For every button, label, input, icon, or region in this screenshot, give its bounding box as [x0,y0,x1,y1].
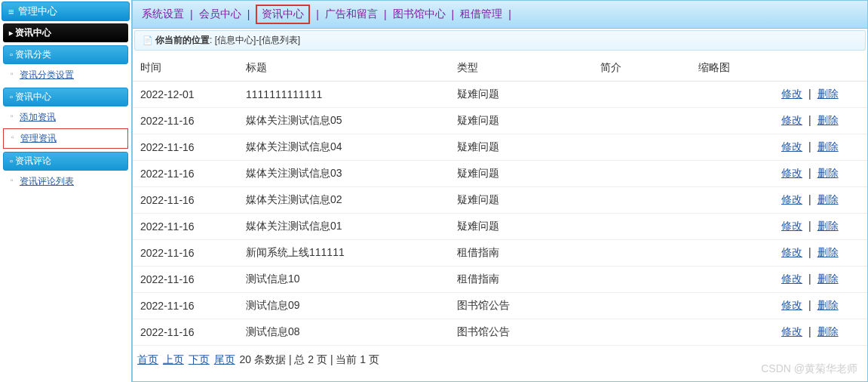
table-header: 简介 [593,55,691,82]
edit-link[interactable]: 修改 [781,273,802,285]
pager: 首页 上页 下页 尾页 20 条数据 | 总 2 页 | 当前 1 页 [133,346,867,374]
edit-link[interactable]: 修改 [781,193,802,205]
table-header: 标题 [238,55,449,82]
table-cell-time: 2022-11-16 [133,293,238,319]
action-separator: | [808,325,811,337]
sidebar-group-head: 资讯分类 [3,45,128,64]
sidebar-item-link[interactable]: 资讯评论列表 [20,176,74,186]
delete-link[interactable]: 删除 [817,325,839,337]
table-cell-time: 2022-11-16 [133,108,238,134]
action-separator: | [808,193,811,205]
delete-link[interactable]: 删除 [817,88,839,100]
table-row: 2022-11-16测试信息10租借指南修改|删除 [133,266,867,293]
delete-link[interactable]: 删除 [817,220,839,232]
edit-link[interactable]: 修改 [781,88,802,100]
edit-link[interactable]: 修改 [781,299,802,311]
topnav-item[interactable]: 资讯中心 [256,5,310,24]
table-cell-time: 2022-11-16 [133,161,238,187]
table-cell-actions: 修改|删除 [769,214,867,240]
table-cell-thumb [691,266,769,293]
topnav-separator: | [452,8,455,20]
table-cell-summary [593,319,691,346]
table-header: 时间 [133,55,238,82]
topnav-item[interactable]: 图书馆中心 [393,8,446,21]
sidebar-item[interactable]: 资讯评论列表 [3,172,128,191]
table-cell-actions: 修改|删除 [769,161,867,187]
table-cell-time: 2022-11-16 [133,240,238,266]
table-cell-time: 2022-11-16 [133,134,238,161]
action-separator: | [808,88,811,100]
sidebar-group-head: 资讯中心 [3,88,128,106]
sidebar-item[interactable]: 管理资讯 [3,128,128,149]
table-row: 2022-11-16媒体关注测试信息03疑难问题修改|删除 [133,161,867,187]
edit-link[interactable]: 修改 [781,246,802,258]
action-separator: | [808,114,811,126]
delete-link[interactable]: 删除 [817,140,839,152]
table-row: 2022-11-16测试信息09图书馆公告修改|删除 [133,293,867,319]
table-cell-thumb [691,187,769,214]
sidebar-group-head: 资讯评论 [3,152,128,171]
sidebar-item-link[interactable]: 管理资讯 [20,133,57,143]
breadcrumb-path1: [信息中心] [215,35,256,45]
table-cell-summary [593,82,691,108]
table-cell-actions: 修改|删除 [769,187,867,214]
pager-last[interactable]: 尾页 [214,353,235,365]
top-nav: 系统设置|会员中心|资讯中心|广告和留言|图书馆中心|租借管理| [132,0,868,29]
content-panel: 你当前的位置: [信息中心]-[信息列表] 时间标题类型简介缩略图 2022-1… [132,29,868,382]
sidebar-item[interactable]: 添加资讯 [3,108,128,127]
table-cell-summary [593,134,691,161]
topnav-item[interactable]: 会员中心 [199,8,241,21]
table-cell-title: 媒体关注测试信息01 [238,214,449,240]
edit-link[interactable]: 修改 [781,220,802,232]
table-cell-thumb [691,293,769,319]
edit-link[interactable]: 修改 [781,167,802,179]
delete-link[interactable]: 删除 [817,246,839,258]
table-cell-title: 媒体关注测试信息05 [238,108,449,134]
delete-link[interactable]: 删除 [817,167,839,179]
topnav-item[interactable]: 系统设置 [142,8,184,21]
topnav-item[interactable]: 租借管理 [460,8,502,21]
delete-link[interactable]: 删除 [817,299,839,311]
table-cell-actions: 修改|删除 [769,108,867,134]
table-cell-title: 新闻系统上线111111 [238,240,449,266]
table-cell-type: 租借指南 [449,240,593,266]
table-cell-thumb [691,82,769,108]
table-header: 缩略图 [691,55,769,82]
action-separator: | [808,167,811,179]
edit-link[interactable]: 修改 [781,325,802,337]
table-cell-actions: 修改|删除 [769,240,867,266]
table-row: 2022-12-011111111111111疑难问题修改|删除 [133,82,867,108]
breadcrumb-path2: [信息列表] [259,35,300,45]
sidebar-item[interactable]: 资讯分类设置 [3,66,128,85]
table-cell-actions: 修改|删除 [769,266,867,293]
table-cell-title: 测试信息09 [238,293,449,319]
topnav-separator: | [508,8,511,20]
pager-first[interactable]: 首页 [137,353,158,365]
table-cell-actions: 修改|删除 [769,293,867,319]
table-cell-summary [593,187,691,214]
table-cell-time: 2022-11-16 [133,266,238,293]
table-cell-type: 图书馆公告 [449,293,593,319]
table-cell-actions: 修改|删除 [769,319,867,346]
pager-next[interactable]: 下页 [189,353,210,365]
table-cell-type: 疑难问题 [449,161,593,187]
pager-prev[interactable]: 上页 [163,353,184,365]
sidebar-item-link[interactable]: 资讯分类设置 [20,69,74,80]
admin-center-header: 管理中心 [2,2,130,21]
action-separator: | [808,299,811,311]
topnav-separator: | [316,8,319,20]
table-row: 2022-11-16测试信息08图书馆公告修改|删除 [133,319,867,346]
topnav-separator: | [247,8,250,20]
topnav-item[interactable]: 广告和留言 [325,8,378,21]
edit-link[interactable]: 修改 [781,140,802,152]
delete-link[interactable]: 删除 [817,114,839,126]
delete-link[interactable]: 删除 [817,193,839,205]
action-separator: | [808,220,811,232]
table-row: 2022-11-16媒体关注测试信息04疑难问题修改|删除 [133,134,867,161]
edit-link[interactable]: 修改 [781,114,802,126]
main-area: 系统设置|会员中心|资讯中心|广告和留言|图书馆中心|租借管理| 你当前的位置:… [132,0,868,382]
sidebar-item-link[interactable]: 添加资讯 [20,112,56,122]
delete-link[interactable]: 删除 [817,273,839,285]
table-cell-time: 2022-11-16 [133,187,238,214]
table-header: 类型 [449,55,593,82]
